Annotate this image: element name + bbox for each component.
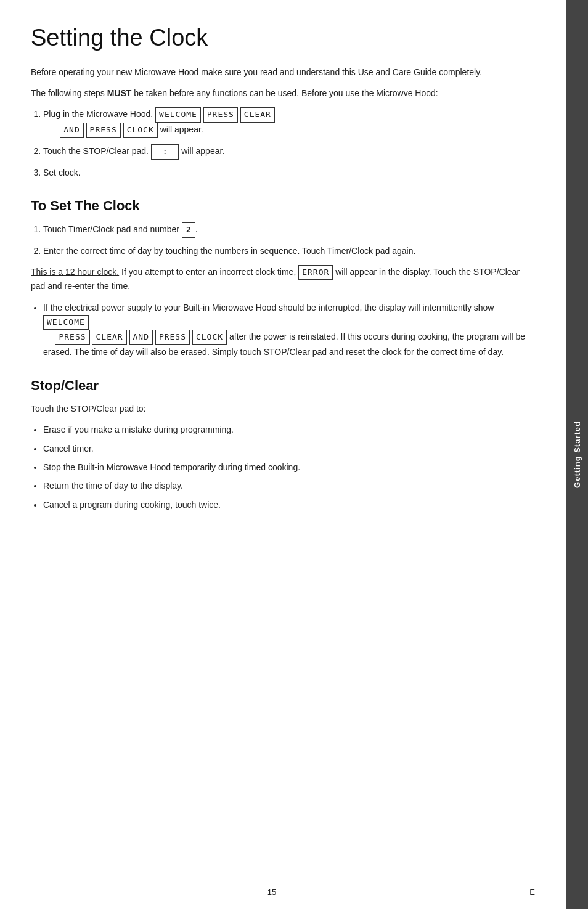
set-clock-bullet-1: If the electrical power supply to your B… — [43, 301, 529, 359]
intro-steps: Plug in the Microwave Hood. WELCOME PRES… — [43, 107, 529, 179]
display-press-1: PRESS — [203, 107, 238, 123]
stop-clear-bullet-3: Stop the Built-in Microwave Hood tempora… — [43, 460, 529, 474]
footer-letter: E — [529, 887, 535, 897]
bullet-display-press: PRESS — [55, 330, 89, 345]
display-and-1: AND — [60, 123, 83, 138]
bullet1-before: If the electrical power supply to your B… — [43, 303, 494, 312]
stop-clear-heading: Stop/Clear — [31, 378, 529, 394]
stop-clear-bullets: Erase if you make a mistake during progr… — [43, 423, 529, 512]
display-welcome: WELCOME — [155, 107, 201, 123]
stop-clear-intro: Touch the STOP/Clear pad to: — [31, 402, 529, 416]
step2-text-before: Touch the STOP/Clear pad. — [43, 146, 149, 156]
set-clock-step1: Touch Timer/Clock pad and number 2. — [43, 222, 529, 238]
set-clock-step1-before: Touch Timer/Clock pad and number — [43, 224, 182, 234]
number-2-box: 2 — [182, 222, 195, 238]
set-clock-step1-after: . — [195, 224, 198, 234]
note-underline: This is a 12 hour clock. — [31, 267, 119, 277]
step-2: Touch the STOP/Clear pad. : will appear. — [43, 144, 529, 160]
bullet-display-clock: CLOCK — [192, 330, 227, 345]
display-clock-1: CLOCK — [123, 123, 158, 138]
page-title: Setting the Clock — [31, 25, 529, 51]
intro-para1: Before operating your new Microwave Hood… — [31, 66, 529, 79]
set-clock-bullets: If the electrical power supply to your B… — [43, 301, 529, 359]
bullet-display-press2: PRESS — [155, 330, 190, 345]
colon-display: : — [151, 144, 179, 160]
error-box: ERROR — [298, 265, 333, 280]
step1-text-after: will appear. — [160, 124, 203, 134]
bullet-display-welcome: WELCOME — [43, 315, 89, 330]
stop-clear-bullet-2: Cancel timer. — [43, 442, 529, 455]
intro-para2-suffix: be taken before any functions can be use… — [131, 88, 438, 98]
bullet-display-clear: CLEAR — [92, 330, 126, 345]
step1-text-before: Plug in the Microwave Hood. — [43, 109, 153, 119]
set-clock-step2: Enter the correct time of day by touchin… — [43, 244, 529, 258]
intro-para2: The following steps MUST be taken before… — [31, 87, 529, 100]
note-box: This is a 12 hour clock. If you attempt … — [31, 265, 529, 293]
display-clear-1: CLEAR — [240, 107, 275, 123]
page-footer: 15 — [0, 887, 544, 897]
page-wrapper: Setting the Clock Before operating your … — [0, 0, 588, 909]
intro-para2-prefix: The following steps — [31, 88, 107, 98]
main-content: Setting the Clock Before operating your … — [0, 0, 566, 909]
step-1: Plug in the Microwave Hood. WELCOME PRES… — [43, 107, 529, 138]
set-clock-steps: Touch Timer/Clock pad and number 2. Ente… — [43, 222, 529, 258]
stop-clear-bullet-5: Cancel a program during cooking, touch t… — [43, 498, 529, 512]
step2-text-after: will appear. — [181, 146, 224, 156]
stop-clear-bullet-1: Erase if you make a mistake during progr… — [43, 423, 529, 436]
note-text: This is a 12 hour clock. If you attempt … — [31, 265, 529, 293]
side-tab: Getting Started — [566, 0, 588, 909]
intro-para2-bold: MUST — [107, 88, 132, 98]
step-3: Set clock. — [43, 166, 529, 179]
set-clock-heading: To Set The Clock — [31, 198, 529, 214]
note-rest: If you attempt to enter an incorrect clo… — [119, 267, 296, 277]
page-number: 15 — [267, 887, 276, 897]
display-press-2: PRESS — [86, 123, 121, 138]
side-tab-text: Getting Started — [573, 421, 582, 488]
bullet-display-and: AND — [129, 330, 153, 345]
stop-clear-bullet-4: Return the time of day to the display. — [43, 479, 529, 492]
